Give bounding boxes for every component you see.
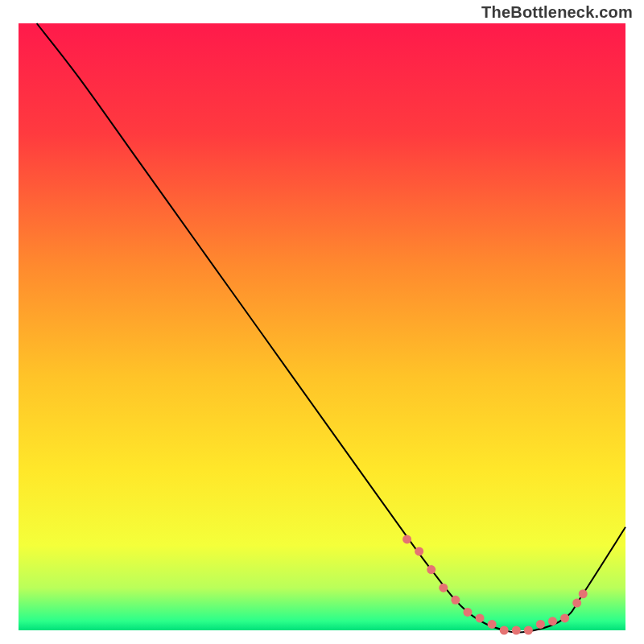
plot-background bbox=[19, 23, 625, 630]
marker-point bbox=[572, 599, 581, 608]
marker-point bbox=[451, 596, 460, 605]
marker-point bbox=[439, 584, 448, 592]
marker-point bbox=[427, 565, 436, 574]
marker-point bbox=[415, 547, 423, 555]
marker-point bbox=[463, 608, 472, 617]
marker-point bbox=[579, 589, 588, 598]
bottleneck-chart bbox=[0, 0, 644, 644]
marker-point bbox=[488, 620, 497, 629]
marker-point bbox=[560, 613, 569, 622]
marker-point bbox=[476, 613, 485, 622]
marker-point bbox=[548, 617, 557, 625]
marker-point bbox=[402, 535, 411, 543]
marker-point bbox=[536, 620, 545, 629]
marker-point bbox=[524, 626, 533, 635]
marker-point bbox=[512, 626, 521, 635]
chart-container: { "watermark": "TheBottleneck.com", "cha… bbox=[0, 0, 644, 644]
marker-point bbox=[500, 626, 509, 635]
